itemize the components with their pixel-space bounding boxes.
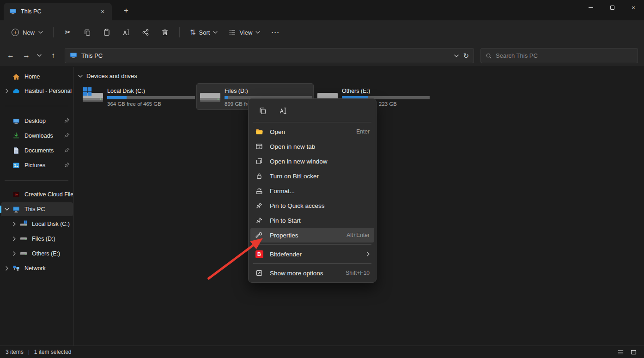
menu-item-label: Open in new window [270, 158, 328, 165]
properties-wrench-icon [255, 231, 263, 239]
close-button[interactable]: × [623, 0, 644, 15]
context-menu-item-open-new-window[interactable]: Open in new window [250, 154, 374, 169]
context-menu-item-bitdefender[interactable]: B Bitdefender [250, 247, 374, 261]
up-button[interactable]: ↑ [46, 49, 60, 62]
context-menu-item-pin-start[interactable]: Pin to Start [250, 213, 374, 228]
window-controls: × [580, 0, 644, 15]
chevron-down-icon [37, 54, 42, 57]
drive-name: Files (D:) [225, 88, 310, 94]
search-input[interactable] [496, 52, 633, 59]
context-menu-item-properties[interactable]: Properties Alt+Enter [250, 228, 374, 243]
view-button[interactable]: View [224, 24, 265, 40]
menu-item-label: Pin to Quick access [270, 202, 325, 209]
details-view-icon [617, 349, 624, 356]
chevron-right-icon[interactable] [8, 222, 20, 226]
sidebar-item-downloads[interactable]: Downloads [1, 129, 73, 143]
sidebar-item-label: Pictures [24, 162, 64, 169]
sidebar-item-label: Others (E:) [32, 250, 73, 257]
sidebar-item-pictures[interactable]: Pictures [1, 158, 73, 172]
local-disk-icon [20, 220, 28, 228]
sidebar-item-label: Creative Cloud Files [24, 191, 73, 198]
maximize-button[interactable] [601, 0, 623, 15]
sidebar-item-network[interactable]: Network [1, 261, 73, 275]
bitdefender-icon: B [255, 250, 263, 258]
scissors-icon: ✂ [65, 28, 71, 36]
search-icon [486, 53, 492, 59]
explorer-tab[interactable]: This PC × [4, 3, 112, 20]
sidebar-divider [5, 106, 68, 106]
details-view-button[interactable] [615, 347, 626, 357]
tab-close-button[interactable]: × [97, 6, 108, 17]
new-tab-button[interactable]: + [120, 5, 133, 17]
copy-button[interactable] [78, 24, 97, 40]
context-menu-item-show-more-options[interactable]: Show more options Shift+F10 [250, 266, 374, 280]
copy-quick-button[interactable] [253, 103, 272, 118]
share-button[interactable] [136, 24, 155, 40]
delete-button[interactable] [156, 24, 174, 40]
address-dropdown-icon[interactable] [454, 55, 459, 57]
status-bar: 3 items | 1 item selected [0, 346, 644, 358]
sidebar-item-this-pc[interactable]: This PC [1, 202, 73, 216]
collapse-chevron-icon[interactable] [78, 75, 83, 78]
large-icons-view-button[interactable] [628, 347, 638, 357]
tab-title: This PC [21, 8, 93, 15]
chevron-right-icon[interactable] [1, 266, 12, 271]
pictures-icon [12, 162, 20, 169]
menu-divider [253, 244, 371, 245]
sidebar-item-label: Network [24, 265, 73, 272]
capacity-bar-fill [107, 96, 127, 99]
drive-tile-local-disk-c[interactable]: Local Disk (C:) 364 GB free of 465 GB [79, 84, 196, 109]
drive-name: Others (E:) [342, 88, 428, 94]
minimize-button[interactable] [580, 0, 601, 15]
context-menu-item-bitlocker[interactable]: Turn on BitLocker [250, 169, 374, 183]
paste-icon [103, 29, 110, 36]
drive-info: Local Disk (C:) 364 GB free of 465 GB [107, 86, 193, 107]
sidebar-item-files-d[interactable]: Files (D:) [1, 232, 73, 246]
more-options-button[interactable]: ··· [266, 24, 285, 40]
drive-icon [20, 250, 28, 257]
sidebar-item-documents[interactable]: Documents [1, 144, 73, 158]
section-title: Devices and drives [86, 73, 137, 79]
address-bar[interactable]: This PC ↻ [65, 48, 474, 63]
copy-icon [259, 107, 267, 115]
menu-divider [253, 122, 371, 122]
chevron-right-icon[interactable] [1, 89, 12, 93]
forward-button[interactable]: → [19, 49, 33, 62]
chevron-down-icon [213, 31, 218, 34]
cut-button[interactable]: ✂ [59, 24, 77, 40]
minimize-icon [589, 7, 593, 8]
sort-button[interactable]: ⇅ Sort [185, 24, 223, 40]
context-menu-item-open-new-tab[interactable]: Open in new tab [250, 139, 374, 154]
hard-drive-icon [200, 86, 221, 106]
pin-icon [255, 217, 263, 224]
sidebar-item-home[interactable]: Home [1, 70, 73, 84]
sidebar-item-label: Hasibul - Personal [24, 88, 73, 94]
breadcrumb[interactable]: This PC [81, 52, 103, 59]
refresh-button[interactable]: ↻ [463, 52, 469, 60]
recent-locations-button[interactable] [34, 49, 44, 62]
sidebar-item-creative-cloud[interactable]: ∞ Creative Cloud Files [1, 188, 73, 201]
chevron-down-icon[interactable] [1, 208, 12, 211]
chevron-right-icon[interactable] [8, 237, 20, 241]
context-menu-item-format[interactable]: Format... [250, 183, 374, 198]
sidebar-item-desktop[interactable]: Desktop [1, 114, 73, 128]
context-menu-item-pin-quick-access[interactable]: Pin to Quick access [250, 198, 374, 213]
menu-item-shortcut: Enter [356, 128, 370, 135]
sidebar-item-onedrive[interactable]: Hasibul - Personal [1, 84, 73, 98]
capacity-bar [107, 96, 195, 99]
context-menu: Open Enter Open in new tab Open in new w… [248, 98, 377, 283]
chevron-right-icon [367, 251, 370, 258]
sidebar-item-local-disk-c[interactable]: Local Disk (C:) [1, 217, 73, 231]
rename-quick-button[interactable] [273, 103, 292, 118]
rename-button[interactable] [117, 24, 135, 40]
menu-item-label: Turn on BitLocker [270, 173, 319, 180]
context-menu-item-open[interactable]: Open Enter [250, 124, 374, 139]
search-box[interactable] [480, 48, 638, 63]
menu-item-shortcut: Shift+F10 [346, 270, 370, 276]
chevron-right-icon[interactable] [8, 251, 20, 256]
hard-drive-icon [82, 86, 103, 106]
paste-button[interactable] [97, 24, 116, 40]
back-button[interactable]: ← [4, 49, 18, 62]
sidebar-item-others-e[interactable]: Others (E:) [1, 247, 73, 261]
new-button[interactable]: + New [6, 24, 48, 40]
